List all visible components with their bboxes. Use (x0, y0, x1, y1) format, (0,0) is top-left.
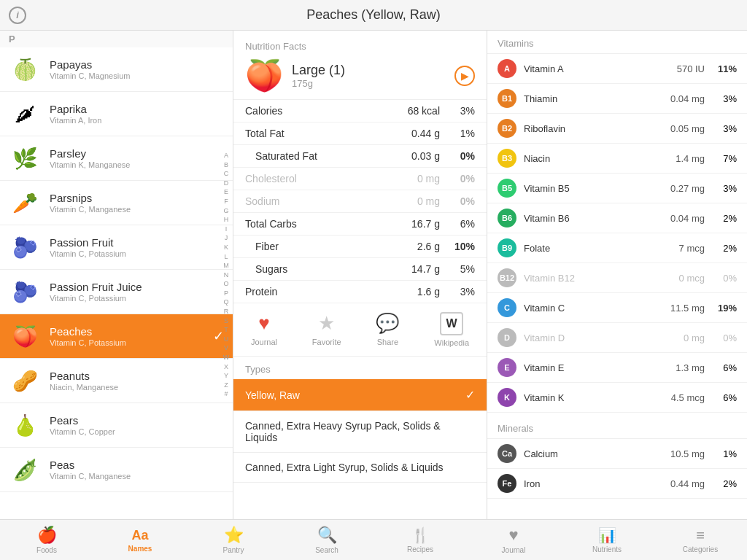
nutrition-row-sodium: Sodium 0 mg 0% (233, 190, 487, 213)
alpha-O[interactable]: O (223, 279, 228, 289)
alpha-R[interactable]: R (224, 307, 229, 316)
food-name-paprika: Paprika (50, 103, 224, 115)
alpha-Y[interactable]: Y (224, 371, 228, 381)
alpha-F[interactable]: F (224, 197, 228, 206)
nav-item-foods[interactable]: 🍎 Foods (0, 521, 93, 559)
food-item-passion-fruit[interactable]: 🫐 Passion Fruit Vitamin C, Potassium (0, 225, 233, 270)
vitamin-pct: 3% (713, 123, 737, 134)
alpha-G[interactable]: G (223, 206, 228, 216)
alpha-D[interactable]: D (224, 179, 229, 188)
names-icon: Aa (131, 528, 148, 543)
type-item[interactable]: Yellow, Raw ✓ (233, 379, 487, 411)
vitamin-pct: 19% (713, 303, 737, 314)
nav-item-names[interactable]: Aa Names (93, 524, 187, 557)
vitamin-row-vitamin-b12: B12 Vitamin B12 0 mcg 0% (487, 263, 747, 293)
favorite-icon: ★ (318, 312, 335, 335)
action-favorite[interactable]: ★ Favorite (312, 312, 341, 347)
alpha-Z[interactable]: Z (224, 381, 228, 390)
vitamin-badge: E (498, 358, 516, 377)
alpha-I[interactable]: I (225, 225, 228, 234)
alpha-X[interactable]: X (224, 362, 228, 372)
vitamin-badge: B3 (498, 149, 516, 168)
nav-item-search[interactable]: 🔍 Search (280, 521, 374, 559)
vitamin-name: Niacin (524, 153, 655, 164)
action-wikipedia[interactable]: W Wikipedia (434, 312, 469, 347)
action-journal[interactable]: ♥ Journal (251, 312, 277, 347)
food-sub-parsley: Vitamin K, Manganese (50, 160, 224, 169)
nav-item-recipes[interactable]: 🍴 Recipes (374, 522, 467, 558)
alpha-E[interactable]: E (224, 187, 228, 197)
food-item-passion-fruit-juice[interactable]: 🫐 Passion Fruit Juice Vitamin C, Potassi… (0, 270, 233, 314)
info-icon[interactable]: i (9, 7, 26, 24)
alpha-H[interactable]: H (224, 215, 229, 225)
nav-item-categories[interactable]: ≡ Categories (654, 523, 747, 558)
food-item-pears[interactable]: 🍐 Pears Vitamin C, Copper (0, 403, 233, 448)
nav-item-nutrients[interactable]: 📊 Nutrients (560, 522, 654, 558)
nav-item-journal[interactable]: ♥ Journal (467, 521, 560, 559)
food-emoji-peaches: 🍑 (9, 320, 41, 352)
mineral-badge: Fe (498, 474, 516, 493)
food-info-parsley: Parsley Vitamin K, Manganese (50, 147, 224, 169)
foods-icon: 🍎 (37, 526, 57, 545)
food-image: 🍑 (245, 58, 283, 93)
vitamin-name: Vitamin B6 (524, 213, 655, 224)
vitamin-pct: 0% (713, 332, 737, 343)
vitamin-name: Vitamin A (524, 63, 655, 74)
action-share[interactable]: 💬 Share (376, 312, 399, 347)
alpha-V[interactable]: V (224, 343, 228, 353)
food-item-peas[interactable]: 🫛 Peas Vitamin C, Manganese (0, 448, 233, 492)
mineral-badge: Ca (498, 444, 516, 463)
alpha-J[interactable]: J (225, 233, 228, 243)
vitamin-row-vitamin-k: K Vitamin K 4.5 mcg 6% (487, 383, 747, 413)
vitamin-badge: D (498, 328, 516, 347)
food-info-passion-fruit-juice: Passion Fruit Juice Vitamin C, Potassium (50, 281, 224, 303)
vitamins-header: Vitamins (487, 31, 747, 54)
vitamin-badge: A (498, 59, 516, 78)
alpha-U[interactable]: U (224, 335, 229, 344)
nav-label-recipes: Recipes (407, 545, 433, 553)
alpha-K[interactable]: K (224, 243, 228, 252)
alpha-#[interactable]: # (224, 389, 228, 399)
alpha-B[interactable]: B (224, 160, 228, 170)
vitamins-list: A Vitamin A 570 IU 11% B1 Thiamin 0.04 m… (487, 54, 747, 413)
alpha-A[interactable]: A (224, 151, 228, 160)
food-item-parsnips[interactable]: 🥕 Parsnips Vitamin C, Manganese (0, 181, 233, 225)
serving-grams: 175g (292, 78, 454, 89)
type-item[interactable]: Canned, Extra Light Syrup, Solids & Liqu… (233, 453, 487, 483)
nutr-value: 68 kcal (408, 105, 440, 117)
type-item[interactable]: Canned, Extra Heavy Syrup Pack, Solids &… (233, 411, 487, 453)
alphabet-index[interactable]: ABCDEFGHIJKLMNOPQRSTUVWXYZ# (220, 31, 233, 519)
food-name-pears: Pears (50, 414, 224, 427)
food-item-peaches[interactable]: 🍑 Peaches Vitamin C, Potassium ✓ (0, 314, 233, 359)
vitamin-pct: 2% (713, 213, 737, 224)
food-list: 🍈 Papayas Vitamin C, Magnesium 🌶 Paprika… (0, 47, 233, 492)
categories-icon: ≡ (696, 527, 705, 544)
food-item-peanuts[interactable]: 🥜 Peanuts Niacin, Manganese (0, 359, 233, 403)
alpha-N[interactable]: N (224, 271, 229, 280)
alpha-P[interactable]: P (224, 289, 228, 298)
food-item-paprika[interactable]: 🌶 Paprika Vitamin A, Iron (0, 92, 233, 136)
food-item-parsley[interactable]: 🌿 Parsley Vitamin K, Manganese (0, 136, 233, 181)
food-item-papayas[interactable]: 🍈 Papayas Vitamin C, Magnesium (0, 47, 233, 92)
nutr-pct: 5% (452, 263, 475, 275)
food-name-papayas: Papayas (50, 58, 224, 71)
nutr-pct: 1% (452, 128, 475, 139)
alpha-S[interactable]: S (224, 316, 228, 326)
alpha-M[interactable]: M (223, 261, 229, 271)
food-emoji-passion-fruit: 🫐 (9, 231, 41, 263)
nav-label-nutrients: Nutrients (592, 545, 622, 553)
food-emoji-paprika: 🌶 (9, 98, 41, 130)
alpha-W[interactable]: W (223, 353, 230, 362)
vitamin-pct: 3% (713, 183, 737, 194)
alpha-C[interactable]: C (224, 169, 229, 179)
minerals-list: Ca Calcium 10.5 mg 1% Fe Iron 0.44 mg 2% (487, 439, 747, 499)
alpha-Q[interactable]: Q (223, 298, 228, 307)
next-serving-button[interactable]: ▶ (454, 66, 475, 86)
alpha-T[interactable]: T (224, 325, 228, 335)
food-emoji-peanuts: 🥜 (9, 365, 41, 397)
header: i Peaches (Yellow, Raw) (0, 0, 747, 31)
mineral-pct: 1% (713, 448, 737, 459)
alpha-L[interactable]: L (224, 252, 228, 262)
vitamin-pct: 2% (713, 243, 737, 254)
nav-item-pantry[interactable]: ⭐ Pantry (187, 521, 280, 559)
